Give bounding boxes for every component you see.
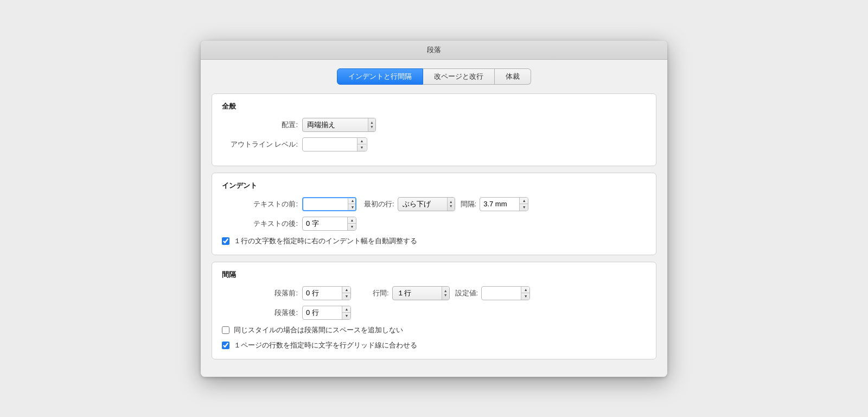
auto-adjust-checkbox[interactable]	[222, 237, 229, 245]
after-para-label: 段落後:	[222, 308, 298, 318]
after-text-label: テキストの後:	[222, 219, 298, 229]
tab-bar: インデントと行間隔 改ページと改行 体裁	[212, 68, 656, 85]
tab-page-break[interactable]: 改ページと改行	[423, 68, 495, 85]
tab-typography[interactable]: 体裁	[495, 68, 531, 85]
spacing-section-title: 間隔	[222, 270, 646, 280]
outline-level-stepper: ▲ ▼	[357, 138, 366, 151]
alignment-label: 配置:	[222, 120, 298, 130]
outline-level-down[interactable]: ▼	[358, 144, 366, 151]
align-grid-label[interactable]: １ページの行数を指定時に文字を行グリッド線に合わせる	[234, 340, 417, 350]
spacing-stepper: ▲ ▼	[519, 198, 528, 211]
tab-indent-spacing[interactable]: インデントと行間隔	[337, 68, 423, 85]
before-text-label: テキストの前:	[222, 199, 298, 209]
before-para-stepper: ▲ ▼	[342, 287, 351, 300]
before-text-row: テキストの前: ▲ ▼ 最初の行: ぶら下げ ▲ ▼	[222, 197, 646, 211]
line-spacing-down-arrow: ▼	[444, 293, 448, 297]
outline-level-input[interactable]	[303, 138, 357, 151]
after-text-down[interactable]: ▼	[348, 224, 356, 230]
auto-adjust-row: １行の文字数を指定時に右のインデント幅を自動調整する	[222, 236, 646, 246]
outline-level-label: アウトライン レベル:	[222, 140, 298, 149]
set-value-label: 設定値:	[455, 288, 478, 298]
first-line-dropdown[interactable]: ぶら下げ ▲ ▼	[398, 197, 455, 211]
line-spacing-dropdown[interactable]: １行 ▲ ▼	[392, 286, 450, 300]
general-section: 全般 配置: 両端揃え ▲ ▼ アウトライン レベル:	[212, 93, 656, 166]
before-para-down[interactable]: ▼	[342, 293, 351, 300]
dialog-content: インデントと行間隔 改ページと改行 体裁 全般 配置: 両端揃え ▲ ▼	[201, 60, 667, 377]
first-line-up-arrow: ▲	[449, 200, 453, 204]
after-para-stepper: ▲ ▼	[342, 306, 351, 319]
spacing-down[interactable]: ▼	[520, 204, 528, 211]
after-para-row: 段落後: ▲ ▼	[222, 306, 646, 320]
paragraph-dialog: 段落 インデントと行間隔 改ページと改行 体裁 全般 配置: 両端揃え ▲ ▼	[201, 41, 667, 377]
outline-level-field[interactable]: ▲ ▼	[302, 137, 367, 151]
outline-level-row: アウトライン レベル: ▲ ▼	[222, 137, 646, 151]
auto-adjust-label[interactable]: １行の文字数を指定時に右のインデント幅を自動調整する	[234, 236, 417, 246]
set-value-up[interactable]: ▲	[521, 287, 530, 294]
no-space-same-style-row: 同じスタイルの場合は段落間にスペースを追加しない	[222, 325, 646, 335]
line-spacing-up-arrow: ▲	[444, 289, 448, 293]
after-text-up[interactable]: ▲	[348, 217, 356, 224]
before-para-row: 段落前: ▲ ▼ 行間: １行 ▲ ▼	[222, 286, 646, 300]
align-grid-checkbox[interactable]	[222, 342, 229, 349]
before-text-field[interactable]: ▲ ▼	[302, 197, 356, 211]
spacing-label: 間隔:	[461, 199, 477, 209]
line-spacing-label: 行間:	[373, 288, 389, 298]
after-text-stepper: ▲ ▼	[347, 217, 356, 230]
no-space-same-style-checkbox[interactable]	[222, 326, 229, 334]
set-value-field[interactable]: ▲ ▼	[481, 286, 530, 300]
no-space-same-style-label[interactable]: 同じスタイルの場合は段落間にスペースを追加しない	[234, 325, 403, 335]
alignment-row: 配置: 両端揃え ▲ ▼	[222, 118, 646, 132]
first-line-select[interactable]: ぶら下げ	[398, 197, 447, 211]
first-line-down-arrow: ▼	[449, 204, 453, 208]
alignment-down-arrow: ▼	[370, 125, 374, 129]
spacing-section: 間隔 段落前: ▲ ▼ 行間: １行 ▲	[212, 262, 656, 359]
before-para-field[interactable]: ▲ ▼	[302, 286, 351, 300]
after-para-down[interactable]: ▼	[342, 313, 351, 319]
indent-section-title: インデント	[222, 181, 646, 191]
indent-section: インデント テキストの前: ▲ ▼ 最初の行: ぶら下げ	[212, 173, 656, 255]
set-value-down[interactable]: ▼	[521, 293, 530, 300]
spacing-up[interactable]: ▲	[520, 198, 528, 205]
set-value-stepper: ▲ ▼	[521, 287, 530, 300]
outline-level-up[interactable]: ▲	[358, 138, 366, 145]
dialog-title: 段落	[427, 46, 441, 54]
spacing-input[interactable]	[480, 198, 519, 211]
set-value-input[interactable]	[482, 287, 521, 300]
after-para-field[interactable]: ▲ ▼	[302, 306, 351, 320]
before-para-label: 段落前:	[222, 288, 298, 298]
before-text-input[interactable]	[303, 198, 348, 210]
before-text-down[interactable]: ▼	[348, 204, 356, 210]
after-text-row: テキストの後: ▲ ▼	[222, 217, 646, 231]
after-para-up[interactable]: ▲	[342, 306, 351, 313]
before-para-up[interactable]: ▲	[342, 287, 351, 294]
after-para-input[interactable]	[303, 306, 342, 319]
dialog-titlebar: 段落	[201, 41, 667, 60]
after-text-field[interactable]: ▲ ▼	[302, 217, 356, 231]
alignment-select[interactable]: 両端揃え	[303, 118, 368, 132]
alignment-dropdown[interactable]: 両端揃え ▲ ▼	[302, 118, 376, 132]
align-grid-row: １ページの行数を指定時に文字を行グリッド線に合わせる	[222, 340, 646, 350]
general-section-title: 全般	[222, 102, 646, 111]
line-spacing-select[interactable]: １行	[393, 286, 442, 300]
first-line-arrows: ▲ ▼	[447, 198, 455, 211]
before-text-up[interactable]: ▲	[348, 198, 356, 205]
before-para-input[interactable]	[303, 287, 342, 300]
spacing-field[interactable]: ▲ ▼	[480, 197, 528, 211]
first-line-label: 最初の行:	[364, 199, 394, 209]
alignment-arrows: ▲ ▼	[368, 118, 375, 131]
line-spacing-arrows: ▲ ▼	[442, 287, 449, 300]
after-text-input[interactable]	[303, 217, 347, 230]
alignment-up-arrow: ▲	[370, 121, 374, 124]
before-text-stepper: ▲ ▼	[348, 198, 356, 210]
